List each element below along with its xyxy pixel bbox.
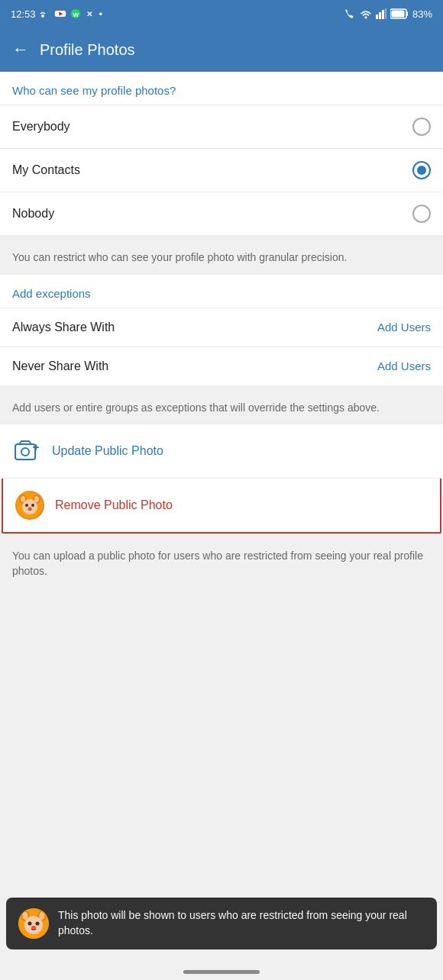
photo-info: You can upload a public photo for users … — [0, 540, 443, 588]
svg-point-35 — [31, 926, 36, 929]
whatsapp-icon: W — [70, 8, 81, 19]
update-photo-icon — [12, 437, 41, 466]
dot-indicator: • — [99, 8, 103, 20]
svg-point-34 — [36, 922, 40, 926]
toast-avatar — [18, 908, 49, 939]
exceptions-info: Add users or entire groups as exceptions… — [0, 392, 443, 425]
signal-icon — [376, 8, 386, 19]
radio-everybody-label: Everybody — [12, 120, 70, 134]
radio-mycontacts[interactable]: My Contacts — [0, 148, 443, 192]
remove-photo-row[interactable]: Remove Public Photo — [2, 478, 441, 534]
svg-point-25 — [31, 504, 34, 507]
back-button[interactable]: ← — [12, 40, 29, 60]
svg-rect-9 — [382, 10, 384, 19]
header: ← Profile Photos — [0, 27, 443, 72]
visibility-card: Who can see my profile photos? Everybody… — [0, 72, 443, 235]
svg-point-23 — [22, 499, 37, 514]
svg-point-30 — [23, 912, 28, 920]
radio-nobody-circle — [412, 205, 431, 223]
exceptions-card: Add exceptions Always Share With Add Use… — [0, 275, 443, 385]
exceptions-title: Add exceptions — [0, 275, 443, 308]
svg-rect-10 — [385, 8, 386, 19]
wifi-status-icon — [360, 8, 372, 19]
radio-nobody-label: Nobody — [12, 207, 54, 221]
radio-everybody-circle — [412, 118, 431, 136]
radio-mycontacts-label: My Contacts — [12, 163, 80, 177]
svg-point-24 — [25, 504, 28, 507]
update-photo-row[interactable]: Update Public Photo — [0, 424, 443, 478]
svg-point-0 — [41, 15, 44, 18]
youtube-icon — [54, 8, 66, 19]
svg-point-15 — [21, 448, 29, 456]
wifi-icon — [40, 8, 50, 19]
svg-rect-13 — [391, 11, 404, 18]
remove-photo-label: Remove Public Photo — [55, 498, 173, 512]
svg-point-32 — [24, 916, 43, 934]
always-share-add-users[interactable]: Add Users — [377, 321, 431, 334]
never-share-label: Never Share With — [12, 359, 108, 373]
call-icon — [344, 8, 356, 19]
visibility-section-title: Who can see my profile photos? — [0, 72, 443, 105]
battery-icon — [390, 8, 409, 19]
svg-point-33 — [28, 922, 32, 926]
battery-percent: 83% — [412, 8, 432, 20]
x-icon: ✕ — [85, 8, 95, 19]
page-title: Profile Photos — [40, 41, 135, 59]
svg-rect-8 — [379, 12, 381, 19]
status-bar: 12:53 W ✕ • 83% — [0, 0, 443, 27]
radio-mycontacts-circle — [412, 161, 431, 179]
toast-avatar-icon — [18, 908, 49, 939]
svg-text:✕: ✕ — [86, 10, 92, 18]
svg-rect-14 — [15, 444, 35, 459]
update-photo-label: Update Public Photo — [52, 444, 163, 458]
photo-actions-card: Update Public Photo — [0, 424, 443, 534]
never-share-row[interactable]: Never Share With Add Users — [0, 347, 443, 385]
always-share-row[interactable]: Always Share With Add Users — [0, 308, 443, 347]
camera-add-icon — [14, 438, 40, 464]
svg-rect-12 — [406, 11, 408, 16]
radio-everybody[interactable]: Everybody — [0, 105, 443, 148]
avatar-icon — [17, 492, 43, 518]
svg-point-26 — [28, 508, 32, 510]
visibility-info: You can restrict who can see your profil… — [0, 241, 443, 275]
radio-nobody[interactable]: Nobody — [0, 192, 443, 235]
always-share-label: Always Share With — [12, 321, 115, 334]
status-right: 83% — [344, 8, 432, 20]
svg-text:W: W — [73, 11, 79, 18]
svg-rect-7 — [376, 15, 378, 19]
toast-text: This photo will be shown to users who ar… — [58, 908, 425, 938]
content: Who can see my profile photos? Everybody… — [0, 72, 443, 588]
home-indicator — [183, 970, 260, 974]
never-share-add-users[interactable]: Add Users — [377, 359, 431, 372]
status-left: 12:53 W ✕ • — [11, 8, 102, 20]
svg-point-31 — [40, 912, 45, 920]
time: 12:53 — [11, 8, 36, 20]
toast-notification: This photo will be shown to users who ar… — [6, 898, 437, 949]
svg-point-6 — [364, 16, 367, 18]
remove-photo-avatar — [15, 491, 44, 520]
